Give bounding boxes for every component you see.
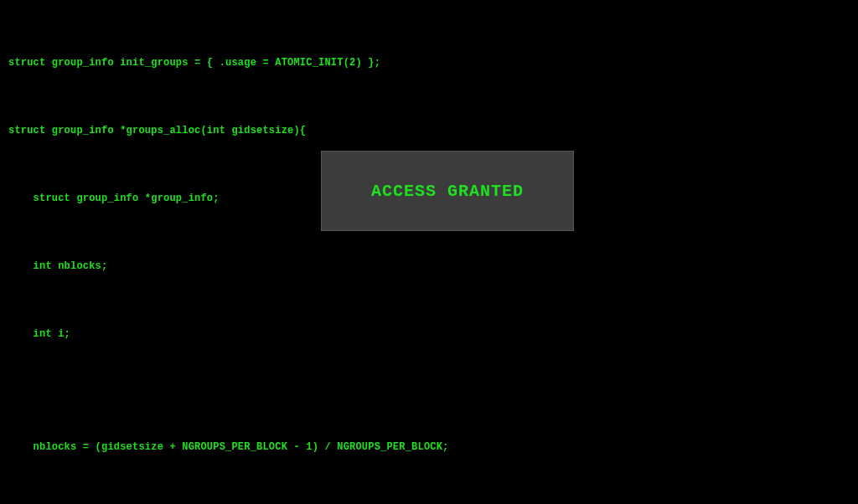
code-line: int i;	[8, 323, 850, 346]
code-line: struct group_info init_groups = { .usage…	[8, 52, 850, 75]
code-line: int nblocks;	[8, 255, 850, 278]
terminal-output: struct group_info init_groups = { .usage…	[0, 0, 858, 504]
access-granted-message: ACCESS GRANTED	[371, 182, 524, 201]
code-line: struct group_info *groups_alloc(int gids…	[8, 120, 850, 142]
code-line: nblocks = (gidsetsize + NGROUPS_PER_BLOC…	[8, 436, 850, 459]
access-modal: ACCESS GRANTED	[322, 152, 573, 230]
